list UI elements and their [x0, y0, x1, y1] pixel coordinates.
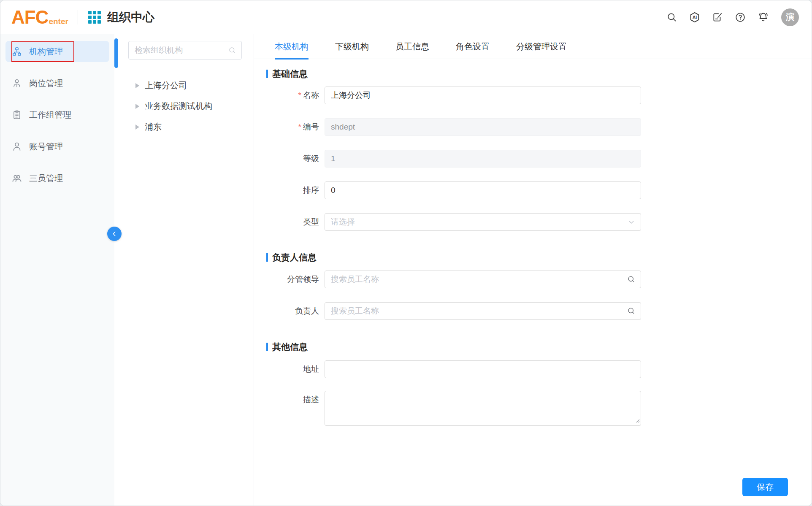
chevron-down-icon — [627, 218, 636, 226]
group-icon — [12, 173, 22, 183]
org-form: 基础信息 *名称 *编号 等级 排序 — [254, 68, 812, 476]
code-input — [325, 118, 641, 136]
section-other-info: 其他信息 — [266, 341, 812, 353]
leader-search-input[interactable] — [325, 303, 627, 319]
field-row-level: 等级 — [254, 150, 812, 168]
user-avatar[interactable]: 演 — [781, 8, 799, 26]
address-label: 地址 — [254, 360, 325, 378]
sidebar-item-three-admin-management[interactable]: 三员管理 — [5, 168, 109, 189]
tab-employee-info[interactable]: 员工信息 — [395, 34, 429, 59]
chevron-left-icon — [111, 230, 118, 237]
org-tree-panel: 上海分公司 业务数据测试机构 浦东 — [114, 34, 254, 506]
sort-label: 排序 — [254, 181, 325, 199]
sidebar-nav: 机构管理 岗位管理 工作组管理 账号管理 三员管理 — [0, 34, 114, 506]
expand-caret-icon[interactable] — [135, 124, 139, 130]
level-input — [325, 150, 641, 168]
description-textarea[interactable] — [325, 391, 641, 426]
search-icon[interactable] — [627, 275, 636, 284]
sidebar-item-label: 三员管理 — [29, 173, 63, 184]
sidebar-item-org-management[interactable]: 机构管理 — [5, 41, 109, 62]
workgroup-icon — [12, 110, 22, 120]
sidebar-item-label: 岗位管理 — [29, 78, 63, 89]
field-row-leader: 负责人 — [254, 302, 812, 320]
svg-text:AI: AI — [693, 15, 697, 20]
sidebar-item-label: 账号管理 — [29, 141, 63, 152]
expand-caret-icon[interactable] — [135, 104, 139, 109]
collapse-panel-button[interactable] — [107, 227, 122, 241]
sidebar-item-label: 工作组管理 — [29, 109, 71, 121]
section-title-text: 其他信息 — [272, 341, 308, 353]
logo-main-text: AFC — [11, 8, 48, 27]
org-structure-icon — [12, 46, 22, 57]
field-row-description: 描述 — [254, 391, 812, 426]
section-accent-bar — [266, 253, 268, 262]
field-row-sort: 排序 — [254, 181, 812, 199]
tree-item[interactable]: 浦东 — [114, 116, 254, 137]
supervisor-search-input[interactable] — [325, 271, 627, 288]
app-grid-icon[interactable] — [88, 11, 101, 24]
code-label: *编号 — [254, 118, 325, 136]
header-divider — [78, 10, 78, 24]
required-marker: * — [298, 91, 301, 100]
org-search-input[interactable] — [135, 46, 228, 55]
name-input[interactable] — [325, 87, 641, 104]
top-header: AFC enter 组织中心 AI 演 — [0, 0, 812, 34]
account-icon — [12, 141, 22, 152]
position-icon — [12, 78, 22, 88]
section-title-text: 负责人信息 — [272, 252, 317, 263]
afcenter-logo[interactable]: AFC enter — [11, 8, 68, 27]
sidebar-item-account-management[interactable]: 账号管理 — [5, 136, 109, 157]
sidebar-item-workgroup-management[interactable]: 工作组管理 — [5, 104, 109, 125]
notification-icon[interactable] — [757, 11, 769, 24]
field-row-type: 类型 请选择 — [254, 213, 812, 231]
sort-input[interactable] — [325, 181, 641, 199]
section-accent-bar — [266, 343, 268, 351]
description-label: 描述 — [254, 391, 325, 409]
tab-role-settings[interactable]: 角色设置 — [456, 34, 490, 59]
app-window: AFC enter 组织中心 AI 演 — [0, 0, 812, 506]
section-leader-info: 负责人信息 — [266, 252, 812, 263]
tree-item-label: 上海分公司 — [145, 80, 187, 91]
main-body: 机构管理 岗位管理 工作组管理 账号管理 三员管理 — [0, 34, 812, 506]
tree-item[interactable]: 上海分公司 — [114, 75, 254, 96]
tab-hierarchy-settings[interactable]: 分级管理设置 — [516, 34, 567, 59]
org-tree-list: 上海分公司 业务数据测试机构 浦东 — [114, 75, 254, 137]
tree-scrollbar-thumb[interactable] — [114, 38, 118, 68]
expand-caret-icon[interactable] — [135, 83, 139, 88]
section-accent-bar — [266, 70, 268, 78]
logo-sub-text: enter — [49, 17, 68, 25]
tree-item-label: 浦东 — [145, 121, 162, 133]
tab-bar: 本级机构 下级机构 员工信息 角色设置 分级管理设置 — [254, 34, 812, 59]
tab-current-org[interactable]: 本级机构 — [275, 34, 309, 59]
field-row-name: *名称 — [254, 87, 812, 104]
field-row-supervisor: 分管领导 — [254, 271, 812, 288]
field-row-code: *编号 — [254, 118, 812, 136]
sidebar-item-label: 机构管理 — [29, 46, 63, 57]
address-input[interactable] — [325, 360, 641, 378]
level-label: 等级 — [254, 150, 325, 168]
field-row-address: 地址 — [254, 360, 812, 378]
help-icon[interactable] — [734, 11, 747, 24]
save-button[interactable]: 保存 — [742, 478, 788, 496]
leader-search-field — [325, 302, 641, 320]
search-icon[interactable] — [627, 307, 636, 315]
search-icon[interactable] — [666, 11, 678, 24]
supervisor-label: 分管领导 — [254, 271, 325, 288]
sidebar-item-position-management[interactable]: 岗位管理 — [5, 73, 109, 94]
type-label: 类型 — [254, 213, 325, 231]
ai-icon[interactable]: AI — [688, 11, 701, 24]
supervisor-search-field — [325, 271, 641, 288]
required-marker: * — [298, 122, 301, 131]
page-title: 组织中心 — [107, 9, 154, 25]
name-label: *名称 — [254, 87, 325, 104]
header-actions: AI 演 — [666, 8, 799, 26]
content-area: 本级机构 下级机构 员工信息 角色设置 分级管理设置 基础信息 *名称 *编号 — [254, 34, 812, 506]
section-title-text: 基础信息 — [272, 68, 308, 80]
tab-sub-org[interactable]: 下级机构 — [335, 34, 369, 59]
org-search-box[interactable] — [128, 41, 242, 60]
section-basic-info: 基础信息 — [266, 68, 812, 80]
leader-label: 负责人 — [254, 302, 325, 320]
compose-icon[interactable] — [711, 11, 724, 24]
tree-item[interactable]: 业务数据测试机构 — [114, 96, 254, 116]
type-select[interactable]: 请选择 — [325, 213, 641, 231]
